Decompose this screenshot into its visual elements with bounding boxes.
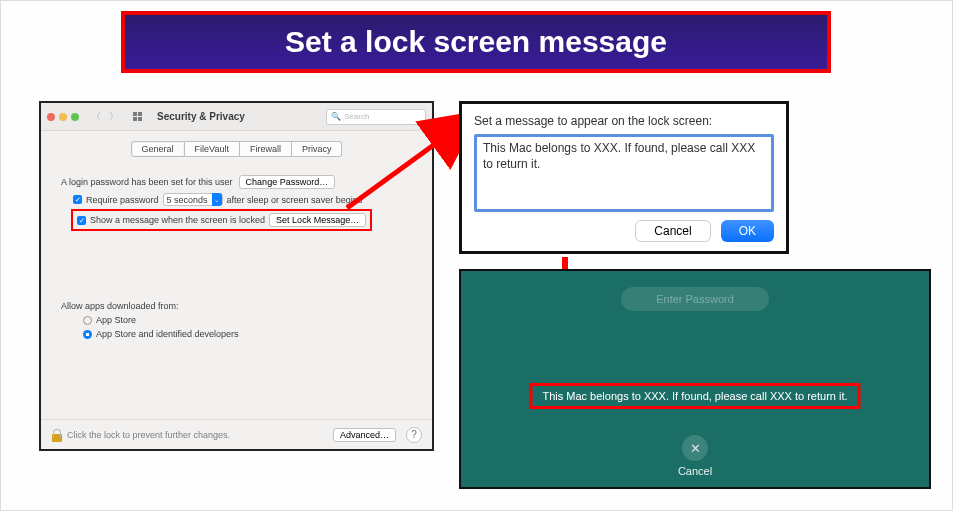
tab-privacy[interactable]: Privacy	[292, 141, 343, 157]
dialog-prompt: Set a message to appear on the lock scre…	[474, 114, 774, 128]
cancel-button[interactable]: Cancel	[635, 220, 710, 242]
show-message-label: Show a message when the screen is locked	[90, 215, 265, 225]
require-delay-dropdown[interactable]: 5 seconds ⌄	[163, 193, 223, 206]
radio-appstore-label: App Store	[96, 315, 136, 325]
radio-identified[interactable]	[83, 330, 92, 339]
lock-message-value: This Mac belongs to XXX. If found, pleas…	[483, 141, 755, 171]
traffic-lights	[47, 113, 79, 121]
tab-general[interactable]: General	[131, 141, 185, 157]
title-text: Set a lock screen message	[285, 25, 667, 59]
forward-button[interactable]: 〉	[106, 109, 122, 125]
minimize-icon[interactable]	[59, 113, 67, 121]
lock-cancel-group: ✕ Cancel	[678, 435, 712, 477]
radio-identified-row[interactable]: App Store and identified developers	[83, 329, 412, 339]
radio-appstore[interactable]	[83, 316, 92, 325]
ok-button[interactable]: OK	[721, 220, 774, 242]
close-icon[interactable]	[47, 113, 55, 121]
require-delay-value: 5 seconds	[167, 195, 208, 205]
maximize-icon[interactable]	[71, 113, 79, 121]
lock-screen: Enter Password This Mac belongs to XXX. …	[459, 269, 931, 489]
advanced-button[interactable]: Advanced…	[333, 428, 396, 442]
radio-identified-label: App Store and identified developers	[96, 329, 239, 339]
title-banner: Set a lock screen message	[121, 11, 831, 73]
help-button[interactable]: ?	[406, 427, 422, 443]
tab-filevault[interactable]: FileVault	[185, 141, 240, 157]
require-password-label: Require password	[86, 195, 159, 205]
chevron-down-icon: ⌄	[212, 193, 222, 206]
lock-message-display-highlight: This Mac belongs to XXX. If found, pleas…	[529, 383, 860, 409]
cancel-label: Cancel	[678, 465, 712, 477]
change-password-button[interactable]: Change Password…	[239, 175, 336, 189]
lock-message-input[interactable]: This Mac belongs to XXX. If found, pleas…	[474, 134, 774, 212]
lock-message-dialog: Set a message to appear on the lock scre…	[459, 101, 789, 254]
radio-appstore-row[interactable]: App Store	[83, 315, 412, 325]
svg-line-0	[347, 128, 457, 208]
window-title: Security & Privacy	[157, 111, 245, 122]
window-footer: Click the lock to prevent further change…	[41, 419, 432, 449]
password-placeholder: Enter Password	[656, 293, 734, 305]
back-button[interactable]: 〈	[88, 109, 104, 125]
show-message-checkbox[interactable]	[77, 216, 86, 225]
cancel-icon[interactable]: ✕	[682, 435, 708, 461]
arrow-a-to-b	[341, 106, 471, 216]
show-message-row-highlight: Show a message when the screen is locked…	[71, 209, 372, 231]
lock-hint-text: Click the lock to prevent further change…	[67, 430, 230, 440]
require-password-checkbox[interactable]	[73, 195, 82, 204]
lock-message-display: This Mac belongs to XXX. If found, pleas…	[542, 390, 847, 402]
grid-icon[interactable]	[129, 109, 145, 125]
tab-firewall[interactable]: Firewall	[240, 141, 292, 157]
dialog-buttons: Cancel OK	[474, 220, 774, 242]
login-password-text: A login password has been set for this u…	[61, 177, 233, 187]
lock-icon[interactable]	[51, 428, 63, 442]
allow-apps-heading: Allow apps downloaded from:	[61, 301, 412, 311]
password-input[interactable]: Enter Password	[621, 287, 769, 311]
search-icon: 🔍	[331, 112, 341, 121]
allow-apps-section: Allow apps downloaded from: App Store Ap…	[61, 301, 412, 339]
